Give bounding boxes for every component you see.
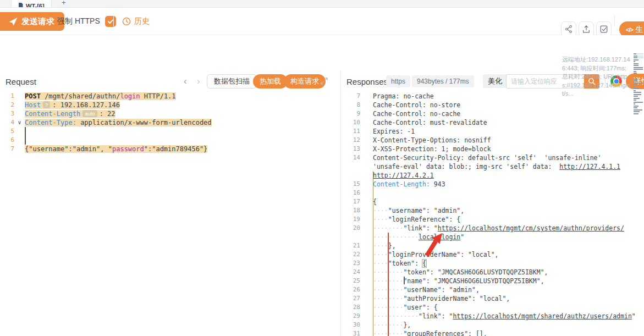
code-line[interactable]: ············local/login" [341,233,644,241]
code-line[interactable]: 2Host?: 192.168.127.146 [0,101,340,109]
fold-guide [404,277,405,284]
code-line[interactable]: 14Content-Security-Policy: default-src '… [341,153,644,162]
line-number [341,171,360,180]
code-line[interactable]: 11Expires: -1 [341,127,644,136]
code-line[interactable]: 24········"token": "JMQCASH6OG6LUSYDTQQP… [341,268,644,277]
code-line[interactable]: 23····"token": { [341,259,644,268]
gutter-slot [360,197,373,206]
request-editor[interactable]: 1POST /mgmt/shared/authn/login HTTP/1.12… [0,90,340,336]
share-button[interactable] [561,21,576,37]
gutter-slot [360,294,373,303]
packet-scan-button[interactable]: 数据包扫描 [207,74,257,89]
line-number: 11 [341,127,360,136]
toolbar: 发送请求 强制 HTTPS 历史 </> 生 [0,8,644,35]
line-number: 23 [341,259,360,268]
minimap[interactable] [634,53,643,151]
line-number: 19 [341,215,360,224]
code-line[interactable]: 7{"username":"admin", "password":"admin7… [0,145,340,153]
code-line[interactable]: 9Cache-Control: no-cache [341,109,644,118]
edit-button[interactable] [596,21,612,37]
build-request-button[interactable]: 构造请求 [284,74,326,89]
line-number: 1 [0,92,14,101]
code-line[interactable]: 22····"loginProviderName": "local", [341,250,644,259]
new-tab-button[interactable]: + [62,0,66,7]
line-number: 2 [0,101,14,109]
gutter-slot [360,153,373,162]
gutter-slot [14,92,25,101]
code-text: ········"authProviderName": "local", [373,294,644,303]
code-line[interactable]: 1POST /mgmt/shared/authn/login HTTP/1.1 [0,92,340,101]
code-line[interactable]: 17{ [341,197,644,206]
code-line[interactable]: 5 [0,127,340,136]
beautify-button[interactable]: 美化 [483,74,507,88]
line-number: 20 [341,224,360,233]
line-number: 24 [341,268,360,277]
active-indent-guide-red [388,233,389,336]
code-text: X-XSS-Protection: 1; mode=block [373,145,644,153]
line-number: 14 [341,153,360,162]
code-line[interactable]: 18····"username": "admin", [341,206,644,215]
code-line[interactable]: 6 [0,136,340,145]
line-number: 30 [341,321,360,329]
code-line[interactable]: 25········"name": "JMQCASH6OG6LUSYDTQQPZ… [341,277,644,285]
code-line[interactable]: 19····"loginReference": { [341,215,644,224]
document-icon [18,3,23,7]
check-icon [107,18,114,25]
code-line[interactable]: 29············"link": "https://localhost… [341,312,644,321]
export-button[interactable] [579,21,594,37]
clock-icon [122,17,131,26]
line-number: 21 [341,241,360,250]
code-line[interactable]: 27········"authProviderName": "local", [341,294,644,303]
code-line[interactable]: 13X-XSS-Protection: 1; mode=block [341,145,644,153]
gutter-slot [360,224,373,233]
code-text: Cache-Control: must-revalidate [373,118,644,127]
code-line[interactable]: 4∨Content-Type: application/x-www-form-u… [0,118,340,127]
code-line[interactable]: 12X-Content-Type-Options: nosniff [341,136,644,145]
toolbar-separator [614,16,615,27]
code-text: Host?: 192.168.127.146 [25,101,340,109]
code-text: ············"link": "https://localhost/m… [373,312,644,321]
expand-icon[interactable] [320,77,328,87]
code-text: X-Content-Type-Options: nosniff [373,136,644,145]
fold-chevron-down-icon[interactable]: ∨ [14,118,25,127]
code-line[interactable]: 30········}, [341,321,644,329]
line-number: 22 [341,250,360,259]
code-line[interactable]: 21····}, [341,241,644,250]
gutter-slot [14,109,25,118]
code-line[interactable]: 28········"user": { [341,303,644,312]
code-line[interactable]: 26········"userName": "admin", [341,285,644,294]
red-arrow-annotation [414,227,447,263]
code-line[interactable]: 31········"groupReferences": [], [341,329,644,336]
line-number: 13 [341,145,360,153]
code-text: {"username":"admin", "password":"admin78… [25,145,340,153]
hot-reload-button[interactable]: 热加载 [253,74,288,89]
line-number: 25 [341,277,360,285]
code-line[interactable]: 3Content-Lengthauto: 22 [0,109,340,118]
fold-bar [25,136,26,145]
code-text: Content-Length: 943 [373,180,644,189]
gutter-slot [14,136,25,145]
code-line[interactable]: 16 [341,189,644,197]
code-line[interactable]: 10Cache-Control: must-revalidate [341,118,644,127]
line-number: 10 [341,118,360,127]
tab-label: WT-[6] [26,3,45,7]
code-line[interactable]: http://127.4.2.1 [341,171,644,180]
code-text: Content-Security-Policy: default-src 'se… [373,153,644,162]
response-editor[interactable]: 7Pragma: no-cache8Cache-Control: no-stor… [341,90,644,336]
code-line[interactable]: 8Cache-Control: no-store [341,101,644,109]
gutter-slot [14,101,25,109]
code-line[interactable]: 20········"link": "https://localhost/mgm… [341,224,644,233]
history-next-arrow[interactable]: › [197,76,200,87]
history-button[interactable]: 历史 [122,8,150,35]
gutter-slot [360,162,373,171]
tab-active[interactable]: WT-[6] [11,0,52,7]
indent-guide [373,171,373,336]
code-text: Cache-Control: no-cache [373,109,644,118]
code-line[interactable]: 'unsafe-eval' data: blob:; img-src 'self… [341,162,644,171]
force-https-checkbox[interactable] [105,16,116,27]
gutter-slot [360,285,373,294]
gutter-slot [360,127,373,136]
code-line[interactable]: 15Content-Length: 943 [341,180,644,189]
send-request-button[interactable]: 发送请求 [0,12,64,31]
history-prev-arrow[interactable]: ‹ [184,76,187,87]
